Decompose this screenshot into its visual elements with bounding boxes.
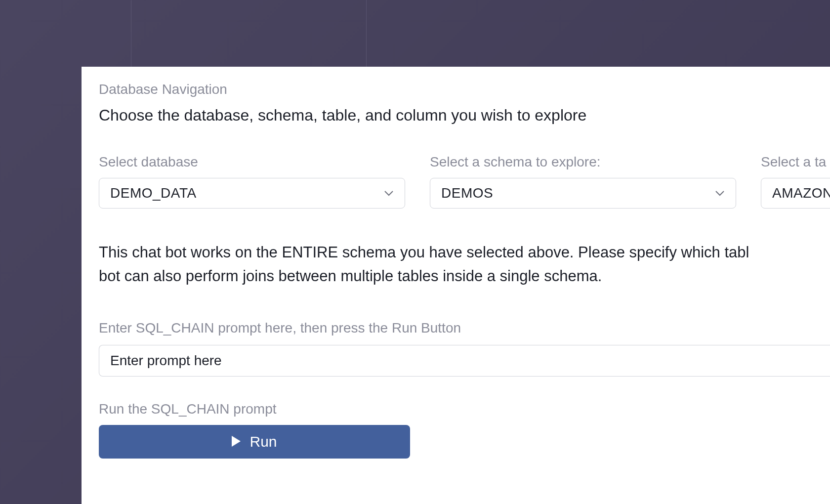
description-text: This chat bot works on the ENTIRE schema… [99,241,830,288]
schema-label: Select a schema to explore: [430,154,736,170]
database-label: Select database [99,154,405,170]
run-button[interactable]: Run [99,425,410,459]
svg-marker-0 [232,436,241,447]
database-selector-group: Select database DEMO_DATA [99,154,405,209]
database-value: DEMO_DATA [110,185,197,201]
run-label: Run the SQL_CHAIN prompt [99,401,830,417]
selectors-row: Select database DEMO_DATA Select a schem… [99,154,830,209]
prompt-label: Enter SQL_CHAIN prompt here, then press … [99,320,830,336]
play-icon [232,433,241,450]
tab-divider [131,0,131,67]
tab-bar [0,0,830,67]
section-title: Choose the database, schema, table, and … [99,106,830,125]
run-button-label: Run [249,433,277,450]
chevron-down-icon [715,188,725,198]
section-label: Database Navigation [99,82,830,97]
chevron-down-icon [384,188,394,198]
table-value: AMAZON [772,185,830,201]
schema-value: DEMOS [441,185,493,201]
table-selector-group: Select a ta AMAZON [761,154,830,209]
tab-divider [366,0,367,67]
prompt-input[interactable] [99,345,830,377]
table-select[interactable]: AMAZON [761,178,830,209]
table-label: Select a ta [761,154,830,170]
schema-selector-group: Select a schema to explore: DEMOS [430,154,736,209]
database-select[interactable]: DEMO_DATA [99,178,405,209]
schema-select[interactable]: DEMOS [430,178,736,209]
main-panel: Database Navigation Choose the database,… [82,67,830,504]
